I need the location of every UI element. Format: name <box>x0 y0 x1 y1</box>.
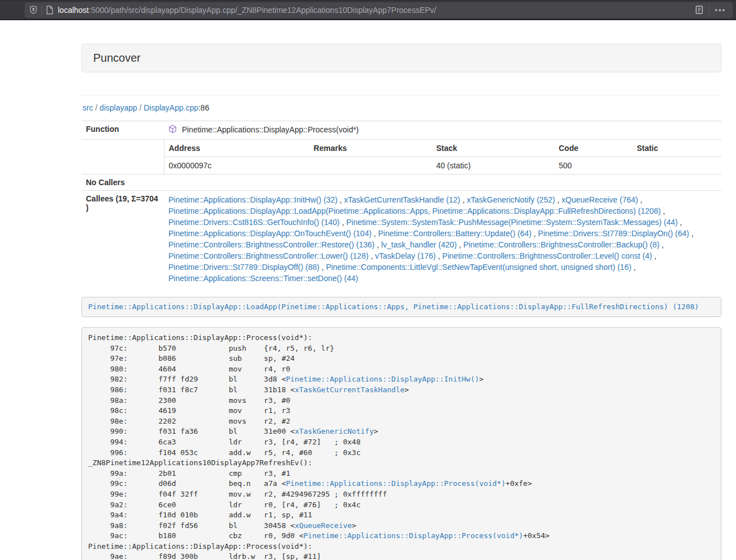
breadcrumb-link-file[interactable]: DisplayApp.cpp <box>144 103 198 112</box>
asm-line: 986: f031 f8c7 bl 31b18 <xTaskGetCurrent… <box>88 385 715 396</box>
symbol-cube-icon <box>168 126 179 135</box>
callee-link[interactable]: xTaskGetCurrentTaskHandle (12) <box>344 195 460 204</box>
callee-link[interactable]: vTaskDelay (176) <box>375 251 436 260</box>
asm-line: 9ae: f89d 300b ldrb.w r3, [sp, #11] <box>88 552 715 560</box>
asm-line: 97c: b570 push {r4, r5, r6, lr} <box>88 343 715 354</box>
url-text[interactable]: localhost:5000/path/src/displayapp/Displ… <box>58 6 694 15</box>
breadcrumb-line-number: :86 <box>198 103 209 112</box>
content-container: Puncover src / displayapp / DisplayApp.c… <box>81 44 721 560</box>
code-symbol-link[interactable]: Pinetime::Applications::DisplayApp::Proc… <box>286 479 505 488</box>
callee-link[interactable]: Pinetime::Applications::Screens::Timer::… <box>168 274 358 283</box>
function-table: Function Pinetime::Applications::Display… <box>81 121 721 287</box>
urlbar-divider <box>42 5 42 15</box>
url-bar[interactable]: localhost:5000/path/src/displayapp/Displ… <box>25 2 733 18</box>
asm-line: 99a: 2b01 cmp r3, #1 <box>88 469 715 479</box>
callee-link[interactable]: Pinetime::System::SystemTask::PushMessag… <box>346 218 678 227</box>
asm-line: 980: 4604 mov r4, r0 <box>88 364 715 375</box>
inner-cell: 40 (static) <box>432 157 554 175</box>
reader-view-icon[interactable] <box>694 5 704 15</box>
callees-label: Callees (19, Σ=3704 ) <box>81 191 164 288</box>
callee-link[interactable]: Pinetime::Components::LittleVgl::SetNewT… <box>326 263 632 272</box>
metrics-table-cell: AddressRemarksStackCodeStatic 0x0000097c… <box>164 140 721 175</box>
inner-table-data-row: 0x0000097c40 (static)500 <box>164 157 722 175</box>
inner-table-header-row: AddressRemarksStackCodeStatic <box>164 140 722 157</box>
callee-link[interactable]: Pinetime::Controllers::BrightnessControl… <box>463 240 659 249</box>
callee-link[interactable]: xQueueReceive (764) <box>561 195 638 204</box>
callee-link[interactable]: Pinetime::Applications::DisplayApp::Init… <box>168 195 337 204</box>
metrics-row-label <box>81 140 164 175</box>
no-callers-label: No Callers <box>81 175 164 191</box>
function-name-cell: Pinetime::Applications::DisplayApp::Proc… <box>164 121 721 140</box>
callee-link[interactable]: Pinetime::Applications::DisplayApp::OnTo… <box>168 229 372 238</box>
callees-row: Callees (19, Σ=3704 ) Pinetime::Applicat… <box>81 191 721 288</box>
function-row: Function Pinetime::Applications::Display… <box>81 121 721 140</box>
url-path: :5000/path/src/displayapp/DisplayApp.cpp… <box>89 6 436 15</box>
browser-toolbar: localhost:5000/path/src/displayapp/Displ… <box>0 0 736 20</box>
inner-column-header: Address <box>164 140 309 157</box>
no-callers-value <box>164 175 721 191</box>
more-options-icon[interactable]: ••• <box>715 6 726 14</box>
inner-column-header: Static <box>632 140 721 157</box>
metrics-table: AddressRemarksStackCodeStatic 0x0000097c… <box>164 140 722 174</box>
inner-column-header: Remarks <box>309 140 432 157</box>
callee-link[interactable]: xTaskGenericNotify (252) <box>467 195 555 204</box>
shield-icon[interactable] <box>29 5 38 15</box>
highlighted-symbol-link[interactable]: Pinetime::Applications::DisplayApp::Load… <box>88 302 699 311</box>
no-callers-row: No Callers <box>81 175 721 191</box>
code-symbol-link[interactable]: Pinetime::Applications::DisplayApp::Proc… <box>304 531 523 540</box>
breadcrumb: src / displayapp / DisplayApp.cpp:86 <box>83 102 721 113</box>
asm-line: Pinetime::Applications::DisplayApp::Proc… <box>88 541 715 552</box>
code-symbol-link[interactable]: xTaskGetCurrentTaskHandle <box>295 385 405 394</box>
asm-line: 9ac: b180 cbz r0, 9d0 <Pinetime::Applica… <box>88 531 715 541</box>
asm-line: _ZN8Pinetime12Applications10DisplayApp7R… <box>88 458 715 469</box>
breadcrumb-link-displayapp[interactable]: displayapp <box>99 103 137 112</box>
url-host: localhost <box>58 6 89 15</box>
highlighted-symbol-box: Pinetime::Applications::DisplayApp::Load… <box>81 297 721 317</box>
asm-line: 98a: 2300 movs r3, #0 <box>88 396 715 406</box>
inner-cell <box>309 157 432 175</box>
callee-link[interactable]: Pinetime::Controllers::Battery::Update()… <box>378 229 532 238</box>
breadcrumb-link-src[interactable]: src <box>83 103 93 112</box>
callee-link[interactable]: Pinetime::Drivers::Cst816S::GetTouchInfo… <box>168 218 340 227</box>
page-title: Puncover <box>93 52 141 64</box>
code-symbol-link[interactable]: Pinetime::Applications::DisplayApp::Init… <box>286 375 479 383</box>
page-icon <box>46 6 53 15</box>
metrics-row: AddressRemarksStackCodeStatic 0x0000097c… <box>81 140 721 175</box>
asm-line: 99c: d06d beq.n a7a <Pinetime::Applicati… <box>88 479 715 489</box>
asm-line: 99e: f04f 32ff mov.w r2, #4294967295 ; 0… <box>88 489 715 500</box>
callee-link[interactable]: Pinetime::Controllers::BrightnessControl… <box>168 240 374 249</box>
function-name: Pinetime::Applications::DisplayApp::Proc… <box>182 125 359 134</box>
code-symbol-link[interactable]: xTaskGenericNotify <box>295 427 374 435</box>
callee-link[interactable]: Pinetime::Drivers::St7789::DisplayOn() (… <box>538 229 689 238</box>
inner-column-header: Stack <box>432 140 554 157</box>
divider-rule <box>81 95 721 95</box>
asm-line: 97e: b086 sub sp, #24 <box>88 354 715 364</box>
callee-link[interactable]: Pinetime::Applications::DisplayApp::Load… <box>168 206 661 215</box>
urlbar-divider-right <box>709 5 710 15</box>
callees-list: Pinetime::Applications::DisplayApp::Init… <box>164 191 721 288</box>
breadcrumb-separator: / <box>93 103 100 112</box>
inner-cell: 500 <box>554 157 632 175</box>
callee-link[interactable]: Pinetime::Controllers::BrightnessControl… <box>168 251 368 260</box>
disassembly-code: Pinetime::Applications::DisplayApp::Proc… <box>81 327 721 560</box>
callee-link[interactable]: Pinetime::Controllers::BrightnessControl… <box>442 251 652 260</box>
inner-column-header: Code <box>554 140 632 157</box>
breadcrumb-separator: / <box>137 103 144 112</box>
asm-line: 98c: 4619 mov r1, r3 <box>88 406 715 416</box>
asm-line: 990: f031 fa36 bl 31e00 <xTaskGenericNot… <box>88 426 715 437</box>
callee-link[interactable]: lv_task_handler (420) <box>381 240 457 249</box>
asm-line: 9a8: f02f fd56 bl 30458 <xQueueReceive> <box>88 521 715 531</box>
asm-line: 996: f104 053c add.w r5, r4, #60 ; 0x3c <box>88 448 715 458</box>
asm-line: 994: 6ca3 ldr r3, [r4, #72] ; 0x48 <box>88 437 715 448</box>
app-header-panel: Puncover <box>81 44 721 72</box>
asm-line: Pinetime::Applications::DisplayApp::Proc… <box>88 333 715 343</box>
inner-cell: 0x0000097c <box>164 157 309 175</box>
code-symbol-link[interactable]: xQueueReceive <box>295 521 352 530</box>
callee-link[interactable]: Pinetime::Drivers::St7789::DisplayOff() … <box>168 263 319 272</box>
asm-line: 982: f7ff fd29 bl 3d8 <Pinetime::Applica… <box>88 374 715 385</box>
inner-cell <box>632 157 721 175</box>
asm-line: 9a2: 6ce0 ldr r0, [r4, #76] ; 0x4c <box>88 500 715 511</box>
asm-line: 98e: 2202 movs r2, #2 <box>88 416 715 427</box>
asm-line: 9a4: f10d 010b add.w r1, sp, #11 <box>88 510 715 521</box>
function-label: Function <box>81 121 164 140</box>
